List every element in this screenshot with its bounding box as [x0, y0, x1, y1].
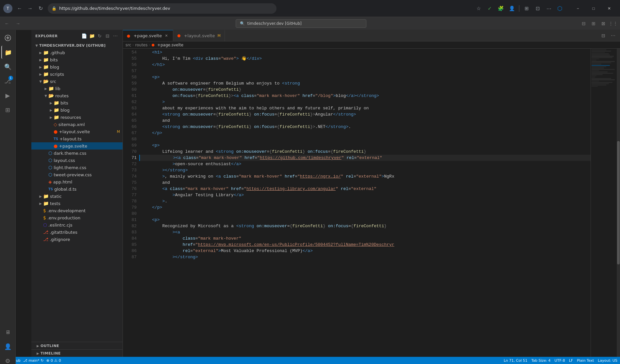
layout-activity-icon[interactable]: ⊠ [599, 19, 608, 28]
minimap-line-22 [592, 77, 595, 78]
activity-search[interactable]: 🔍 [1, 60, 14, 73]
tree-item-src[interactable]: ▼ 📂 src [31, 78, 123, 85]
activity-remote-explorer[interactable]: 🖥 [1, 325, 14, 339]
activity-account[interactable]: 👤 [1, 340, 14, 353]
more-actions-button[interactable]: ⋯ [112, 33, 119, 39]
layout-sidebar-icon[interactable]: ⊟ [579, 19, 588, 28]
src-label: src [50, 79, 123, 84]
tree-item-dark-css[interactable]: ▶ ⬡ dark.theme.css [31, 150, 123, 157]
status-errors[interactable]: ⊗ 0 ⚠ 0 [46, 358, 61, 363]
breadcrumb-file[interactable]: +page.svelte [157, 43, 183, 47]
activity-run-debug[interactable]: ▶ [1, 89, 14, 102]
status-branch[interactable]: ⎇ main* ↻ [23, 358, 44, 363]
editor-scrollbar[interactable] [617, 49, 620, 357]
new-tab-icon[interactable]: ⊞ [521, 3, 532, 14]
activity-settings[interactable]: ⚙ [1, 354, 14, 364]
refresh-button[interactable]: ↻ [96, 33, 103, 39]
code-line-56: </h1> [139, 62, 591, 68]
tree-item-routes-blog[interactable]: ▶ 📁 blog [31, 106, 123, 114]
tests-folder-icon: 📁 [43, 201, 49, 206]
code-line-69: <p> [139, 142, 591, 149]
layout-panel-icon[interactable]: ⊞ [589, 19, 598, 28]
breadcrumb-routes[interactable]: routes [135, 43, 148, 47]
close-button[interactable]: ✕ [602, 3, 617, 14]
tree-item-blog[interactable]: ▶ 📁 blog [31, 63, 123, 71]
new-file-button[interactable]: 📄 [81, 33, 87, 39]
breadcrumb-src[interactable]: src [126, 43, 131, 47]
status-layout[interactable]: Layout: US [598, 358, 617, 363]
tree-item-static[interactable]: ▶ 📁 static [31, 193, 123, 200]
status-line-col[interactable]: Ln 71, Col 51 [504, 358, 528, 363]
profile-sync-icon[interactable]: 👤 [507, 3, 517, 14]
status-tab-size[interactable]: Tab Size: 4 [531, 358, 551, 363]
more-icon[interactable]: ⋯ [544, 3, 554, 14]
outline-header[interactable]: ▶ OUTLINE [31, 342, 123, 349]
tree-item-github[interactable]: ▶ 📁 .github [31, 49, 123, 56]
tree-item-gitignore[interactable]: ▶ ⎇ .gitignore [31, 236, 123, 243]
tree-item-env-dev[interactable]: ▶ $ .env.development [31, 207, 123, 214]
tree-item-page-svelte[interactable]: ▶ ● +page.svelte [31, 142, 123, 150]
address-bar[interactable]: 🔒 https://github.dev/timdeschryver/timde… [48, 3, 276, 14]
titlebar-search-text[interactable]: timdeschryver.dev [GitHub] [247, 21, 302, 26]
status-warning-count: 0 [59, 358, 61, 363]
browser-nav-controls: ← → ↻ [15, 4, 45, 13]
tree-item-routes[interactable]: ▼ 📂 routes [31, 92, 123, 99]
tree-item-gitattributes[interactable]: ▶ ⎇ .gitattributes [31, 229, 123, 236]
code-content[interactable]: <h1> Hi, I'm Tim <div class="wave"> 👋</d… [139, 49, 591, 357]
tree-item-light-css[interactable]: ▶ ⬡ light.theme.css [31, 164, 123, 171]
tree-item-layout-ts[interactable]: ▶ TS +layout.ts [31, 135, 123, 142]
lib-label: lib [55, 86, 123, 91]
code-line-63: about my experiences with the aim to hel… [139, 105, 591, 111]
extension-icon[interactable]: 🧩 [495, 3, 506, 14]
activity-remote[interactable] [1, 31, 14, 44]
tree-item-layout-svelte[interactable]: ▶ ● +layout.svelte M [31, 128, 123, 135]
tree-item-routes-bits[interactable]: ▶ 📁 bits [31, 99, 123, 106]
new-folder-button[interactable]: 📁 [89, 33, 95, 39]
tree-item-global-ts[interactable]: ▶ TS global.d.ts [31, 185, 123, 193]
collapse-all-button[interactable]: ⊟ [104, 33, 111, 39]
activity-extensions[interactable]: ⊞ [1, 103, 14, 116]
nav-forward-button[interactable]: → [14, 19, 22, 28]
reload-button[interactable]: ↻ [36, 4, 45, 13]
ln-60: 60 [126, 87, 137, 93]
tab-page-svelte[interactable]: ● +page.svelte ✕ [123, 30, 173, 41]
tree-item-env-prod[interactable]: ▶ $ .env.production [31, 214, 123, 221]
tab-layout-svelte[interactable]: ● +layout.svelte M [173, 30, 225, 41]
split-editor-button[interactable]: ⊟ [599, 31, 608, 40]
edge-icon[interactable]: ⬡ [555, 3, 565, 14]
timeline-header[interactable]: ▶ TIMELINE [31, 350, 123, 357]
maximize-button[interactable]: □ [586, 3, 601, 14]
ln-64: 64 [126, 111, 137, 118]
tree-item-tweet-css[interactable]: ▶ ⬡ tweet-preview.css [31, 171, 123, 178]
tree-root[interactable]: ▼ TIMDESCHRYVER.DEV [GITHUB] [31, 42, 123, 49]
side-panel-icon[interactable]: ⊡ [532, 3, 543, 14]
back-button[interactable]: ← [15, 4, 24, 13]
status-language[interactable]: Plain Text [577, 358, 594, 363]
forward-button[interactable]: → [25, 4, 35, 13]
tab-page-svelte-close[interactable]: ✕ [164, 33, 169, 39]
minimap-line-12 [592, 64, 601, 65]
more-tabs-button[interactable]: ⋯ [609, 31, 617, 40]
tree-item-resources[interactable]: ▶ 📁 resources [31, 114, 123, 121]
tree-item-eslint[interactable]: ▶ ⬡ .eslintrc.cjs [31, 221, 123, 229]
tree-item-bits[interactable]: ▶ 📁 bits [31, 56, 123, 63]
bookmark-icon[interactable]: ☆ [473, 3, 484, 14]
activity-explorer[interactable]: 📁 [1, 46, 14, 59]
scrollbar-thumb[interactable] [617, 141, 620, 264]
layout-more-icon[interactable]: ⋮⋮ [609, 19, 617, 28]
outline-arrow: ▶ [35, 344, 41, 348]
profile-avatar[interactable]: T [3, 4, 12, 13]
nav-back-button[interactable]: ← [3, 19, 11, 28]
minimize-button[interactable]: − [570, 3, 585, 14]
tree-item-layout-css[interactable]: ▶ ⬡ layout.css [31, 157, 123, 164]
layout-css-icon: ⬡ [48, 158, 52, 163]
tree-item-tests[interactable]: ▶ 📁 tests [31, 200, 123, 207]
tree-item-sitemap[interactable]: ▶ ◇ sitemap.xml [31, 121, 123, 128]
tree-item-scripts[interactable]: ▶ 📁 scripts [31, 71, 123, 78]
tree-item-lib[interactable]: ▶ 📁 lib [31, 85, 123, 92]
tree-item-app-html[interactable]: ▶ ◈ app.html [31, 178, 123, 185]
check-icon[interactable]: ✓ [484, 3, 495, 14]
status-encoding[interactable]: UTF-8 [555, 358, 565, 363]
activity-source-control[interactable]: ⎇ 1 [1, 74, 14, 87]
status-line-ending[interactable]: LF [569, 358, 573, 363]
